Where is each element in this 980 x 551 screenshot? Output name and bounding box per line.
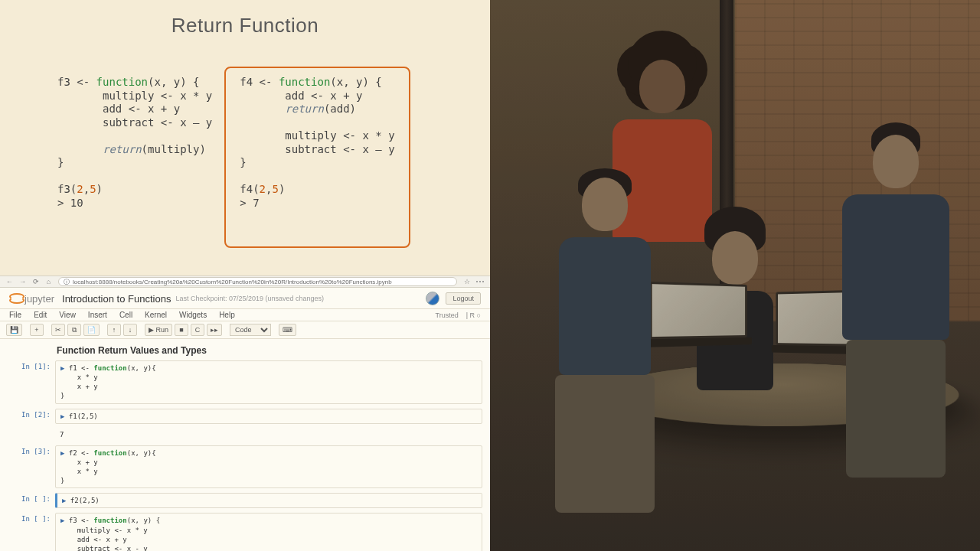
- cell-prompt: In [ ]:: [8, 493, 55, 508]
- cell-code: 7: [55, 429, 482, 441]
- cell-code[interactable]: ▶ f1 <- function(x, y){ x * y x + y }: [55, 360, 482, 404]
- cell-input[interactable]: In [1]:▶ f1 <- function(x, y){ x * y x +…: [8, 360, 482, 404]
- info-icon: ⓘ: [64, 278, 70, 286]
- menu-file[interactable]: File: [9, 311, 21, 319]
- menu-dots-icon[interactable]: [476, 281, 484, 282]
- home-icon[interactable]: ⌂: [45, 279, 52, 285]
- menu-widgets[interactable]: Widgets: [179, 311, 207, 319]
- run-button[interactable]: ▶ Run: [145, 324, 172, 336]
- cell-code[interactable]: ▶ f2(2,5): [55, 493, 482, 508]
- cell-code[interactable]: ▶ f3 <- function(x, y) { multiply <- x *…: [55, 513, 482, 551]
- cut-button[interactable]: ✂: [51, 324, 65, 336]
- reload-icon[interactable]: ⟳: [32, 279, 39, 285]
- url-text: localhost:8888/notebooks/Creating%20a%20…: [73, 279, 392, 285]
- menu-help[interactable]: Help: [219, 311, 235, 319]
- jupyter-header: jupyter Introduction to Functions Last C…: [0, 288, 490, 309]
- cell-output[interactable]: 7: [8, 429, 482, 441]
- logout-button[interactable]: Logout: [446, 292, 481, 305]
- menu-bar: File Edit View Insert Cell Kernel Widget…: [0, 309, 490, 321]
- menu-cell[interactable]: Cell: [119, 311, 132, 319]
- cell-prompt: In [1]:: [8, 360, 55, 404]
- cell-prompt: In [2]:: [8, 409, 55, 424]
- copy-button[interactable]: ⧉: [67, 324, 81, 336]
- cell-input[interactable]: In [2]:▶ f1(2,5): [8, 409, 482, 424]
- jupyter-notebook: jupyter Introduction to Functions Last C…: [0, 288, 490, 551]
- cell-code[interactable]: ▶ f2 <- function(x, y){ x + y x * y }: [55, 445, 482, 489]
- cell-input[interactable]: In [ ]:▶ f2(2,5): [8, 493, 482, 508]
- checkpoint-text: Last Checkpoint: 07/25/2019 (unsaved cha…: [175, 295, 324, 302]
- course-photo: [490, 0, 980, 551]
- cell-prompt: [8, 429, 55, 441]
- code-example-f4-highlighted: f4 <- function(x, y) { add <- x + y retu…: [224, 67, 410, 248]
- forward-icon[interactable]: →: [19, 279, 26, 285]
- menu-insert[interactable]: Insert: [88, 311, 107, 319]
- cell-prompt: In [ ]:: [8, 513, 55, 551]
- move-up-button[interactable]: ↑: [107, 324, 121, 336]
- add-cell-button[interactable]: +: [30, 324, 44, 336]
- menu-view[interactable]: View: [59, 311, 76, 319]
- kernel-indicator: | R ○: [466, 311, 481, 319]
- move-down-button[interactable]: ↓: [123, 324, 137, 336]
- cell-code[interactable]: ▶ f1(2,5): [55, 409, 482, 424]
- r-kernel-icon: [426, 292, 439, 305]
- cell-prompt: In [3]:: [8, 445, 55, 489]
- notebook-body[interactable]: Function Return Values and Types In [1]:…: [0, 339, 490, 551]
- restart-button[interactable]: C: [191, 324, 204, 336]
- browser-chrome: ← → ⟳ ⌂ ⓘ localhost:8888/notebooks/Creat…: [0, 276, 490, 288]
- notebook-title[interactable]: Introduction to Functions: [62, 293, 171, 305]
- code-example-f3: f3 <- function(x, y) { multiply <- x * y…: [57, 76, 212, 248]
- run-all-button[interactable]: ▸▸: [207, 324, 222, 336]
- cell-input[interactable]: In [3]:▶ f2 <- function(x, y){ x + y x *…: [8, 445, 482, 489]
- save-button[interactable]: 💾: [6, 324, 22, 336]
- jupyter-logo-icon: [9, 292, 21, 305]
- toolbar: 💾 + ✂ ⧉ 📄 ↑ ↓ ▶ Run ■ C ▸▸ Code ⌨: [0, 321, 490, 339]
- cell-input[interactable]: In [ ]:▶ f3 <- function(x, y) { multiply…: [8, 513, 482, 551]
- back-icon[interactable]: ←: [6, 279, 13, 285]
- notebook-heading: Function Return Values and Types: [57, 345, 482, 356]
- url-bar[interactable]: ⓘ localhost:8888/notebooks/Creating%20a%…: [58, 277, 457, 286]
- jupyter-logo[interactable]: jupyter: [9, 292, 54, 305]
- stop-button[interactable]: ■: [175, 324, 188, 336]
- menu-kernel[interactable]: Kernel: [145, 311, 167, 319]
- command-palette-button[interactable]: ⌨: [279, 324, 296, 336]
- star-icon[interactable]: ☆: [463, 279, 470, 285]
- trusted-indicator[interactable]: Trusted: [436, 311, 459, 319]
- slide-title: Return Function: [0, 14, 490, 37]
- menu-edit[interactable]: Edit: [34, 311, 47, 319]
- slide-presentation: Return Function f3 <- function(x, y) { m…: [0, 0, 490, 276]
- paste-button[interactable]: 📄: [83, 324, 100, 336]
- celltype-select[interactable]: Code: [230, 324, 271, 336]
